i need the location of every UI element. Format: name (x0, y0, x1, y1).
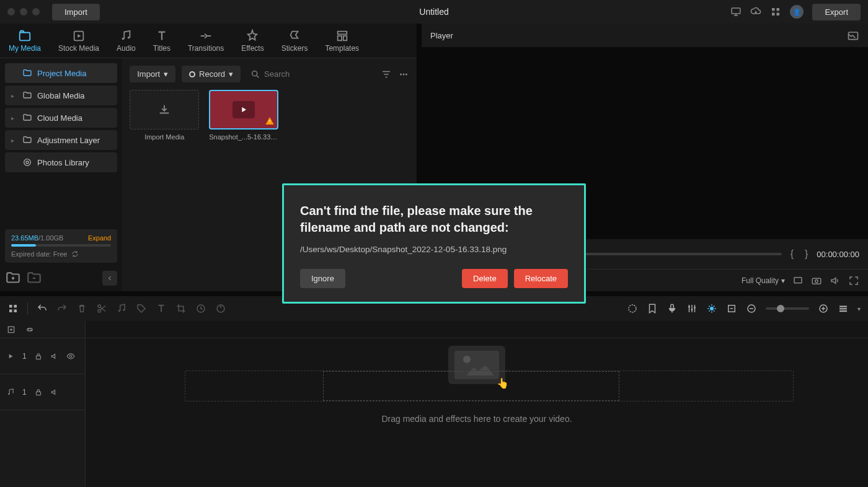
filter-icon[interactable] (381, 69, 392, 80)
color-icon[interactable] (215, 303, 226, 314)
mix-icon[interactable] (627, 303, 638, 314)
mute-icon[interactable] (50, 388, 59, 397)
zoom-out-icon[interactable] (746, 303, 757, 314)
speed-icon[interactable] (195, 303, 206, 314)
add-track-icon[interactable] (6, 325, 16, 335)
sidebar-photos-library[interactable]: Photos Library (5, 152, 117, 172)
timeline-view-icon[interactable] (838, 303, 849, 314)
voiceover-icon[interactable] (666, 303, 678, 314)
collapse-sidebar-button[interactable] (102, 271, 117, 286)
tab-titles[interactable]: Titles (144, 24, 179, 58)
video-track-header[interactable]: 1 (0, 338, 85, 374)
video-track-icon (6, 352, 15, 361)
maximize-window-button[interactable] (32, 8, 40, 15)
sidebar-cloud-media[interactable]: ▸ Cloud Media (5, 108, 117, 128)
svg-point-8 (122, 37, 125, 40)
tab-templates[interactable]: Templates (316, 24, 368, 58)
lock-icon[interactable] (34, 388, 43, 397)
expand-storage-link[interactable]: Expand (88, 234, 111, 242)
visibility-icon[interactable] (66, 352, 75, 361)
display-icon[interactable] (730, 6, 742, 17)
tab-transitions[interactable]: Transitions (179, 24, 232, 58)
apps-grid-icon[interactable] (770, 6, 781, 17)
svg-point-40 (710, 307, 714, 310)
cut-icon[interactable] (96, 303, 107, 314)
link-tracks-icon[interactable] (25, 325, 35, 335)
cloud-download-icon[interactable] (750, 6, 761, 17)
select-tool-icon[interactable] (7, 303, 19, 314)
media-tabs: My Media Stock Media Audio Titles Transi… (0, 24, 417, 58)
tag-icon[interactable] (136, 303, 147, 314)
modal-file-path: /Users/ws/Desktop/Snapshot_2022-12-05-16… (300, 245, 568, 254)
text-icon[interactable] (156, 303, 167, 314)
redo-icon[interactable] (56, 303, 68, 314)
crop-icon[interactable] (175, 303, 187, 314)
refresh-icon[interactable] (71, 250, 79, 258)
minimize-window-button[interactable] (20, 8, 27, 15)
display-mode-icon[interactable] (792, 275, 804, 286)
zoom-fit-icon[interactable] (726, 303, 737, 314)
sidebar-project-media[interactable]: Project Media (5, 63, 117, 83)
zoom-in-icon[interactable] (818, 303, 829, 314)
import-dropdown[interactable]: Import ▾ (130, 66, 175, 82)
tab-label: Transitions (188, 44, 224, 53)
import-media-tile[interactable]: Import Media (130, 90, 199, 141)
audio-icon (119, 29, 133, 43)
track-headers: 1 1 (0, 321, 86, 487)
window-controls (7, 8, 40, 15)
tab-label: Templates (325, 44, 359, 53)
import-button-top[interactable]: Import (52, 4, 100, 20)
expired-label: Expired date: Free (11, 250, 68, 258)
marker-icon[interactable] (647, 303, 658, 314)
export-button[interactable]: Export (812, 4, 861, 20)
zoom-slider[interactable] (766, 307, 809, 310)
transitions-icon (199, 29, 213, 43)
sidebar-adjustment-layer[interactable]: ▸ Adjustment Layer (5, 130, 117, 150)
clip-label: Snapshot_...5-16.33.18 (209, 133, 278, 141)
sidebar-global-media[interactable]: ▸ Global Media (5, 86, 117, 105)
mute-icon[interactable] (50, 352, 59, 361)
track-area[interactable]: 👆 Drag media and effects here to create … (86, 321, 868, 487)
delete-button[interactable]: Delete (462, 269, 508, 288)
svg-rect-10 (337, 31, 347, 34)
svg-point-38 (691, 309, 693, 310)
tab-audio[interactable]: Audio (108, 24, 144, 58)
volume-icon[interactable] (830, 275, 841, 286)
record-dropdown[interactable]: Record ▾ (182, 66, 241, 82)
storage-used: 23.65MB/1.00GB (11, 234, 63, 242)
tab-my-media[interactable]: My Media (0, 24, 50, 58)
delete-folder-icon[interactable] (26, 270, 42, 286)
folder-icon (22, 90, 32, 100)
svg-point-13 (26, 161, 29, 164)
tab-stickers[interactable]: Stickers (273, 24, 317, 58)
tab-effects[interactable]: Effects (232, 24, 272, 58)
fullscreen-icon[interactable] (848, 275, 859, 286)
audio-track-header[interactable]: 1 (0, 374, 85, 410)
tab-stock-media[interactable]: Stock Media (50, 24, 108, 58)
media-clip[interactable]: Snapshot_...5-16.33.18 (209, 90, 278, 141)
close-window-button[interactable] (7, 8, 15, 15)
timeline-ruler[interactable] (86, 321, 868, 338)
camera-icon[interactable] (811, 275, 822, 286)
tab-label: Titles (153, 44, 170, 53)
ignore-button[interactable]: Ignore (300, 269, 345, 288)
svg-point-50 (69, 355, 72, 358)
relocate-button[interactable]: Relocate (514, 269, 568, 288)
render-icon[interactable] (706, 303, 717, 314)
new-folder-icon[interactable] (5, 270, 21, 286)
audio-mixer-icon[interactable] (686, 303, 698, 314)
snapshot-icon[interactable] (847, 29, 859, 42)
delete-icon[interactable] (76, 303, 87, 314)
mark-out-button[interactable]: } (802, 248, 810, 260)
search-input[interactable] (247, 66, 374, 82)
split-audio-icon[interactable] (116, 303, 127, 314)
more-icon[interactable] (398, 69, 409, 80)
undo-icon[interactable] (37, 303, 48, 314)
drop-zone[interactable] (185, 371, 794, 401)
svg-rect-45 (839, 308, 847, 309)
lock-icon[interactable] (34, 352, 43, 361)
chevron-down-icon[interactable]: ▾ (857, 305, 861, 312)
user-avatar[interactable]: 👤 (790, 5, 804, 19)
quality-dropdown[interactable]: Full Quality ▾ (742, 276, 785, 285)
mark-in-button[interactable]: { (788, 248, 796, 260)
